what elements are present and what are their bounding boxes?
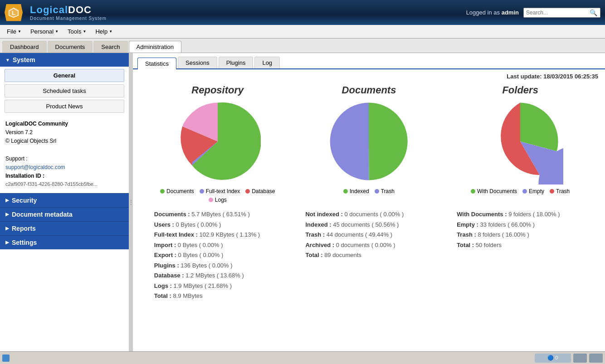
sidebar-btn-scheduled[interactable]: Scheduled tasks xyxy=(5,84,124,97)
menu-help[interactable]: Help ▼ xyxy=(91,26,117,37)
last-update: Last update: 18/03/2015 06:25:35 xyxy=(133,69,605,80)
stat-users: Users : 0 Bytes ( 0.00% ) xyxy=(154,220,281,229)
stat-with-docs-count: With Documents : 9 folders ( 18.00% ) xyxy=(457,210,584,219)
taskbar-app1[interactable]: 🔵 0 xyxy=(535,354,571,363)
sidebar-document-metadata[interactable]: ▶ Document metadata xyxy=(0,207,129,221)
tab-documents[interactable]: Documents xyxy=(48,41,93,53)
taskbar-app3[interactable] xyxy=(589,354,603,363)
chart-folders-legend: With Documents Empty Trash xyxy=(471,188,570,194)
search-input[interactable] xyxy=(526,10,590,16)
search-box[interactable]: 🔍 xyxy=(523,8,600,18)
system-expand-icon: ▼ xyxy=(5,58,10,63)
resize-handle[interactable]: ⋮ xyxy=(129,53,133,351)
stat-logs: Logs : 1.9 MBytes ( 21.68% ) xyxy=(154,281,281,291)
tab-dashboard[interactable]: Dashboard xyxy=(2,41,47,53)
sub-tab-log[interactable]: Log xyxy=(254,57,280,68)
menu-tools[interactable]: Tools ▼ xyxy=(63,26,91,37)
legend-label-database: Database xyxy=(252,188,275,194)
stat-export: Export : 0 Bytes ( 0.00% ) xyxy=(154,251,281,260)
security-expand-icon: ▶ xyxy=(5,198,9,203)
legend-dot-fulltext xyxy=(200,189,204,194)
chart-repository-svg xyxy=(175,98,261,184)
legend-label-fulltext: Full-text Index xyxy=(206,188,240,194)
charts-area: Repository Documents xyxy=(133,80,605,208)
copyright-text: © Logical Objects Srl xyxy=(5,137,123,146)
statusbar-right: 🔵 0 xyxy=(535,354,603,363)
docmeta-expand-icon: ▶ xyxy=(5,212,9,217)
legend-dot-trash-docs xyxy=(375,189,379,194)
sidebar: ▼ System General Scheduled tasks Product… xyxy=(0,53,129,351)
stat-empty-count: Empty : 33 folders ( 66.00% ) xyxy=(457,220,584,229)
legend-dot-with-docs xyxy=(471,189,475,194)
menu-file[interactable]: File ▼ xyxy=(2,26,26,37)
sub-tab-plugins[interactable]: Plugins xyxy=(219,57,254,68)
legend-label-trash-docs: Trash xyxy=(381,188,395,194)
sidebar-settings-label: Settings xyxy=(12,239,37,246)
sidebar-info: LogicalDOC Community Version 7.2 © Logic… xyxy=(0,115,129,193)
sidebar-settings[interactable]: ▶ Settings xyxy=(0,235,129,249)
legend-label-indexed: Indexed xyxy=(350,188,369,194)
chart-folders-svg xyxy=(477,98,563,184)
version-text: Version 7.2 xyxy=(5,128,123,137)
chart-repository: Repository Documents xyxy=(154,84,281,203)
legend-dot-trash-folders xyxy=(550,189,554,194)
content-area: Statistics Sessions Plugins Log Last upd… xyxy=(133,53,605,351)
chart-folders: Folders With Documents E xyxy=(457,84,584,203)
stat-import: Import : 0 Bytes ( 0.00% ) xyxy=(154,241,281,250)
legend-trash-docs: Trash xyxy=(375,188,395,194)
logo-subtitle: Document Management System xyxy=(30,16,107,21)
header: L Logical DOC Document Management System… xyxy=(0,0,605,25)
legend-label-documents: Documents xyxy=(166,188,194,194)
sidebar-reports-label: Reports xyxy=(12,225,36,232)
sidebar-btn-product-news[interactable]: Product News xyxy=(5,100,124,113)
legend-empty: Empty xyxy=(522,188,544,194)
search-icon[interactable]: 🔍 xyxy=(590,9,597,16)
sub-tabbar: Statistics Sessions Plugins Log xyxy=(133,53,605,69)
legend-dot-logs xyxy=(209,198,213,202)
stats-repository: Documents : 5.7 MBytes ( 63.51% ) Users … xyxy=(154,210,281,302)
legend-trash-folders: Trash xyxy=(550,188,570,194)
sidebar-reports[interactable]: ▶ Reports xyxy=(0,221,129,235)
tab-search[interactable]: Search xyxy=(93,41,127,53)
legend-logs: Logs xyxy=(209,197,227,203)
sidebar-security[interactable]: ▶ Security xyxy=(0,193,129,207)
community-name: LogicalDOC Community xyxy=(5,121,68,127)
legend-dot-documents xyxy=(160,189,165,194)
stat-indexed-count: Indexed : 45 documents ( 50.56% ) xyxy=(305,220,432,229)
stat-not-indexed: Not indexed : 0 documents ( 0.00% ) xyxy=(305,210,432,219)
stat-trash-docs-count: Trash : 44 documents ( 49.44% ) xyxy=(305,230,432,239)
sidebar-security-label: Security xyxy=(12,197,37,204)
chart-folders-title: Folders xyxy=(502,84,538,96)
legend-dot-database xyxy=(245,189,250,194)
header-right: Logged in as admin 🔍 xyxy=(466,8,600,18)
tab-administration[interactable]: Administration xyxy=(129,41,181,53)
taskbar-app2[interactable] xyxy=(573,354,587,363)
installation-label: Installation ID : xyxy=(5,173,44,179)
stat-plugins: Plugins : 136 Bytes ( 0.00% ) xyxy=(154,261,281,270)
sidebar-system-label: System xyxy=(13,56,35,63)
chart-repository-legend: Documents Full-text Index Database Logs xyxy=(154,188,281,203)
menu-personal[interactable]: Personal ▼ xyxy=(26,26,63,37)
sidebar-docmeta-label: Document metadata xyxy=(12,211,73,218)
stat-total-folders: Total : 50 folders xyxy=(457,241,584,250)
sub-tab-statistics[interactable]: Statistics xyxy=(137,58,176,69)
login-info: Logged in as admin xyxy=(466,9,519,16)
chart-documents-title: Documents xyxy=(342,84,396,96)
logo-area: L Logical DOC Document Management System xyxy=(5,4,107,21)
sidebar-system-header[interactable]: ▼ System xyxy=(0,53,129,67)
stat-trash-folders-count: Trash : 8 folders ( 16.00% ) xyxy=(457,230,584,239)
sidebar-btn-general[interactable]: General xyxy=(5,69,124,82)
main-area: ▼ System General Scheduled tasks Product… xyxy=(0,53,605,351)
legend-indexed: Indexed xyxy=(343,188,369,194)
support-email[interactable]: support@logicaldoc.com xyxy=(5,164,65,170)
legend-label-logs: Logs xyxy=(215,197,227,203)
chart-repository-title: Repository xyxy=(191,84,244,96)
reports-expand-icon: ▶ xyxy=(5,226,9,231)
logo-text: Logical DOC Document Management System xyxy=(30,4,107,21)
stats-folders: With Documents : 9 folders ( 18.00% ) Em… xyxy=(457,210,584,302)
stat-documents: Documents : 5.7 MBytes ( 63.51% ) xyxy=(154,210,281,219)
logo-icon: L xyxy=(5,4,23,21)
stats-area: Documents : 5.7 MBytes ( 63.51% ) Users … xyxy=(133,208,605,306)
chart-documents-legend: Indexed Trash xyxy=(343,188,395,194)
sub-tab-sessions[interactable]: Sessions xyxy=(178,57,217,68)
